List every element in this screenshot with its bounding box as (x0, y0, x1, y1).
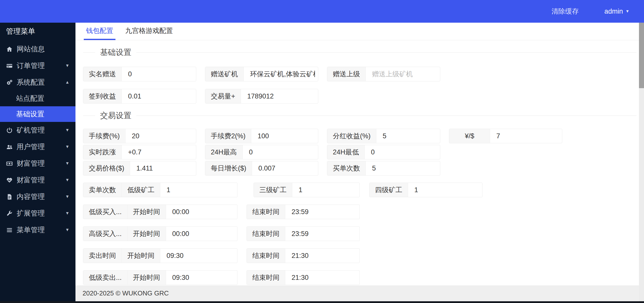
field-gift-miner: 赠送矿机 (205, 67, 318, 81)
gift-parent-input[interactable] (366, 67, 440, 81)
chevron-down-icon: ▼ (65, 178, 69, 183)
sidebar-item-site-info[interactable]: 网站信息 (0, 41, 75, 57)
field-label: 结束时间 (247, 227, 285, 241)
24h-high-input[interactable] (243, 145, 318, 159)
field-label: 赠送矿机 (205, 67, 244, 81)
daily-growth-input[interactable] (252, 161, 318, 175)
field-daily-growth: 每日增长($) (205, 161, 318, 176)
sidebar-item-orders[interactable]: 订单管理 ▼ (0, 57, 75, 74)
sidebar-item-user-management[interactable]: 用户管理 ▼ (0, 139, 75, 155)
field-label: 交易量+ (205, 89, 241, 103)
dividend-input[interactable] (376, 129, 440, 143)
field-high-buy-start-time: 高级买入... 开始时间 (83, 226, 237, 241)
sidebar-item-extension-management[interactable]: 扩展管理 ▼ (0, 205, 75, 222)
high-buy-end-input[interactable] (285, 227, 359, 241)
sidebar-subitem-label: 基础设置 (16, 109, 44, 119)
field-gift-parent: 赠送上级 (327, 67, 440, 81)
trade-volume-input[interactable] (241, 89, 318, 103)
realname-gift-input[interactable] (122, 67, 196, 81)
sidebar-menu: 网站信息 订单管理 ▼ 系统配置 ▲ 站点配置 基础设置 (0, 41, 75, 238)
field-high-buy-end-time: 结束时间 (247, 226, 360, 241)
clear-cache-button[interactable]: 清除缓存 (550, 7, 580, 16)
field-label: 开始时间 (128, 227, 166, 241)
form-row-time: 低级买入... 开始时间 结束时间 (83, 205, 644, 219)
sidebar-item-wealth-management-heart[interactable]: 财富管理 ▼ (0, 172, 75, 188)
field-label: 结束时间 (247, 271, 285, 285)
form-row-time: 低级卖出... 开始时间 结束时间 (83, 270, 644, 285)
main-content: 钱包配置 九宫格游戏配置 基础设置 实名赠送 赠送矿机 赠送上级 签到收益 交易… (75, 23, 644, 303)
field-label: 交易价格($) (83, 161, 130, 175)
sidebar-subitem-site-config[interactable]: 站点配置 (0, 91, 75, 106)
chevron-down-icon: ▼ (625, 9, 629, 14)
sidebar-subitem-basic-settings[interactable]: 基础设置 (0, 106, 75, 122)
divider (136, 52, 636, 53)
field-low-buy-end-time: 结束时间 (247, 205, 360, 219)
chevron-down-icon: ▼ (65, 63, 69, 68)
chevron-down-icon: ▼ (65, 161, 69, 166)
high-buy-start-input[interactable] (166, 227, 237, 241)
section-title: 交易设置 (95, 110, 136, 121)
field-label: 手续费(%) (83, 129, 126, 143)
field-low-sell-start-time: 低级卖出... 开始时间 (83, 270, 237, 285)
fourth-miner-input[interactable] (408, 183, 482, 197)
field-low-sell-end-time: 结束时间 (247, 270, 360, 285)
user-menu[interactable]: admin ▼ (605, 8, 629, 15)
low-sell-end-input[interactable] (285, 271, 359, 285)
tab-grid-game-config[interactable]: 九宫格游戏配置 (123, 23, 175, 40)
low-buy-end-input[interactable] (285, 205, 359, 219)
sidebar-item-label: 扩展管理 (17, 209, 45, 218)
trade-price-input[interactable] (130, 161, 196, 175)
fee-input[interactable] (126, 129, 196, 143)
24h-low-input[interactable] (365, 145, 440, 159)
gift-miner-input[interactable] (244, 67, 318, 81)
sell-start-input[interactable] (160, 249, 237, 263)
field-low-buy-start-time: 低级买入... 开始时间 (83, 205, 237, 219)
field-signin-income: 签到收益 (83, 89, 196, 104)
tab-wallet-config[interactable]: 钱包配置 (84, 23, 115, 40)
field-cny-usd: ¥/$ (449, 129, 562, 143)
sidebar-item-system-config[interactable]: 系统配置 ▲ (0, 74, 75, 91)
sidebar-item-miner-management[interactable]: 矿机管理 ▼ (0, 122, 75, 139)
signin-income-input[interactable] (122, 89, 196, 103)
field-label: 结束时间 (247, 249, 285, 263)
scrollbar-thumb[interactable] (639, 23, 644, 88)
low-sell-start-input[interactable] (166, 271, 237, 285)
field-realname-gift: 实名赠送 (83, 67, 196, 81)
home-icon (6, 46, 17, 53)
field-label: 实时跌涨 (83, 145, 122, 159)
copyright-text: 2020-2025 © WUKONG GRC (83, 289, 169, 297)
credit-card-icon (6, 62, 17, 69)
page-scrollbar (639, 23, 644, 303)
sidebar-item-label: 内容管理 (17, 192, 45, 201)
field-label: 赠送上级 (327, 67, 366, 81)
field-label: 低级买入... (83, 205, 128, 219)
money-bill-icon (6, 160, 17, 167)
field-label: 实名赠送 (83, 67, 122, 81)
sidebar-item-label: 系统配置 (17, 78, 45, 87)
field-realtime-change: 实时跌涨 (83, 145, 196, 159)
low-miner-input[interactable] (160, 183, 237, 197)
sidebar: 管理菜单 网站信息 订单管理 ▼ 系统配置 ▲ (0, 23, 75, 303)
form-row: 实时跌涨 24H最高 24H最低 (83, 145, 644, 159)
chevron-down-icon: ▼ (65, 128, 69, 133)
third-miner-input[interactable] (292, 183, 359, 197)
sidebar-subitem-label: 站点配置 (16, 94, 44, 103)
buy-count-input[interactable] (366, 161, 440, 175)
sell-end-input[interactable] (285, 249, 359, 263)
sidebar-item-label: 矿机管理 (17, 125, 45, 135)
file-text-icon (6, 193, 17, 200)
sidebar-item-content-management[interactable]: 内容管理 ▼ (0, 188, 75, 205)
low-buy-start-input[interactable] (166, 205, 237, 219)
field-24h-low: 24H最低 (327, 145, 440, 159)
cny-usd-input[interactable] (490, 129, 562, 143)
bars-icon (6, 227, 17, 233)
wrench-icon (6, 210, 17, 217)
fee2-input[interactable] (251, 129, 318, 143)
sidebar-item-wealth-management-money[interactable]: 财富管理 ▼ (0, 155, 75, 172)
realtime-change-input[interactable] (122, 145, 196, 159)
chevron-down-icon: ▼ (65, 144, 69, 149)
form-row: 签到收益 交易量+ (83, 89, 644, 104)
field-label: 分红收益(%) (327, 129, 376, 143)
sidebar-item-menu-management[interactable]: 菜单管理 ▼ (0, 222, 75, 238)
field-label: 低级卖出... (83, 271, 128, 285)
